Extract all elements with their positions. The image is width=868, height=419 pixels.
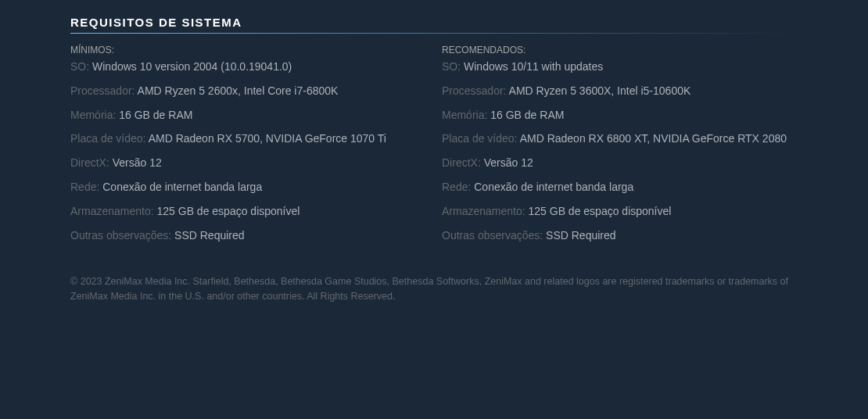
spec-item: SO: Windows 10/11 with updates: [442, 60, 798, 73]
recommended-header: RECOMENDADOS:: [442, 45, 798, 56]
spec-label: DirectX:: [70, 156, 109, 169]
minimum-header: MÍNIMOS:: [70, 45, 426, 56]
spec-item: Memória: 16 GB de RAM: [70, 109, 426, 122]
spec-label: Rede:: [70, 181, 99, 193]
spec-label: Rede:: [442, 181, 471, 193]
spec-value: AMD Radeon RX 6800 XT, NVIDIA GeForce RT…: [520, 132, 787, 145]
spec-label: Memória:: [442, 109, 487, 121]
spec-item: SO: Windows 10 version 2004 (10.0.19041.…: [70, 60, 426, 73]
spec-item: Processador: AMD Ryzen 5 3600X, Intel i5…: [442, 84, 798, 98]
spec-item: Memória: 16 GB de RAM: [442, 109, 798, 122]
recommended-spec-list: SO: Windows 10/11 with updates Processad…: [442, 60, 798, 242]
spec-label: Armazenamento:: [70, 205, 154, 217]
spec-item: Processador: AMD Ryzen 5 2600x, Intel Co…: [70, 84, 426, 98]
spec-item: Placa de vídeo: AMD Radeon RX 5700, NVID…: [70, 132, 426, 145]
spec-item: DirectX: Versão 12: [442, 156, 798, 170]
spec-item: Rede: Conexão de internet banda larga: [442, 181, 798, 194]
spec-label: Memória:: [70, 109, 116, 121]
spec-item: Outras observações: SSD Required: [70, 229, 426, 242]
spec-value: Versão 12: [113, 156, 162, 169]
spec-value: 125 GB de espaço disponível: [529, 205, 672, 217]
legal-text: © 2023 ZeniMax Media Inc. Starfield, Bet…: [70, 274, 798, 303]
spec-value: AMD Ryzen 5 2600x, Intel Core i7-6800K: [138, 84, 339, 97]
spec-item: Placa de vídeo: AMD Radeon RX 6800 XT, N…: [442, 132, 798, 145]
recommended-column: RECOMENDADOS: SO: Windows 10/11 with upd…: [442, 45, 798, 252]
spec-label: DirectX:: [442, 156, 481, 169]
spec-item: Armazenamento: 125 GB de espaço disponív…: [70, 205, 426, 218]
spec-item: Outras observações: SSD Required: [442, 229, 798, 242]
spec-label: Processador:: [442, 84, 506, 97]
spec-label: SO:: [442, 60, 461, 73]
spec-value: 16 GB de RAM: [490, 109, 564, 121]
spec-value: Versão 12: [484, 156, 533, 169]
spec-value: Windows 10 version 2004 (10.0.19041.0): [92, 60, 292, 73]
spec-value: AMD Radeon RX 5700, NVIDIA GeForce 1070 …: [149, 132, 386, 145]
spec-value: SSD Required: [546, 229, 616, 242]
spec-value: 16 GB de RAM: [119, 109, 192, 121]
spec-value: 125 GB de espaço disponível: [157, 205, 300, 217]
spec-value: SSD Required: [174, 229, 245, 242]
spec-label: Placa de vídeo:: [70, 132, 146, 145]
spec-label: Processador:: [70, 84, 135, 97]
spec-item: Rede: Conexão de internet banda larga: [70, 181, 426, 194]
spec-item: DirectX: Versão 12: [70, 156, 426, 170]
minimum-column: MÍNIMOS: SO: Windows 10 version 2004 (10…: [70, 45, 426, 252]
section-title: REQUISITOS DE SISTEMA: [70, 16, 798, 34]
spec-value: AMD Ryzen 5 3600X, Intel i5-10600K: [509, 84, 691, 97]
requirements-columns: MÍNIMOS: SO: Windows 10 version 2004 (10…: [70, 45, 798, 252]
spec-value: Conexão de internet banda larga: [102, 181, 262, 193]
spec-label: Placa de vídeo:: [442, 132, 518, 145]
spec-value: Conexão de internet banda larga: [474, 181, 633, 193]
spec-value: Windows 10/11 with updates: [464, 60, 603, 73]
spec-label: SO:: [70, 60, 89, 73]
spec-label: Outras observações:: [70, 229, 171, 242]
spec-item: Armazenamento: 125 GB de espaço disponív…: [442, 205, 798, 218]
spec-label: Armazenamento:: [442, 205, 525, 217]
minimum-spec-list: SO: Windows 10 version 2004 (10.0.19041.…: [70, 60, 426, 242]
spec-label: Outras observações:: [442, 229, 543, 242]
